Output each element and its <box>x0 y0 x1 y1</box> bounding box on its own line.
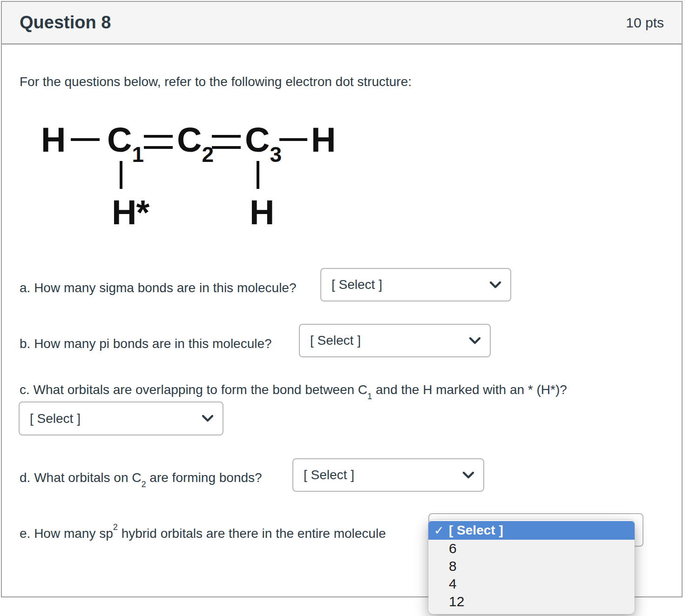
vertical-bond-c1-hstar <box>120 161 122 189</box>
question-header: Question 8 10 pts <box>2 2 682 45</box>
atom-c2: C2 <box>177 123 213 157</box>
question-a-select-value: [ Select ] <box>331 277 382 292</box>
question-c-text-suffix: and the H marked with an * (H*)? <box>372 382 567 397</box>
question-points: 10 pts <box>626 15 664 31</box>
single-bond-h-c1 <box>71 138 100 141</box>
question-d-text-subscript: 2 <box>141 480 146 489</box>
single-bond-c3-h <box>279 138 307 141</box>
dropdown-option[interactable]: 8 <box>428 557 635 575</box>
question-e-text-suffix: hybrid orbitals are there in the entire … <box>118 526 386 541</box>
dropdown-option[interactable]: 12 <box>428 593 635 610</box>
question-d-text-prefix: d. What orbitals on C <box>20 470 141 485</box>
question-d-text: d. What orbitals on C2 are forming bonds… <box>20 470 262 485</box>
dropdown-selected-label: [ Select ] <box>449 523 503 538</box>
checkmark-icon: ✓ <box>434 523 449 538</box>
chevron-down-icon <box>469 337 480 344</box>
atom-c2-symbol: C <box>177 121 201 159</box>
dropdown-option[interactable]: 6 <box>428 540 635 557</box>
question-b-text: b. How many pi bonds are in this molecul… <box>20 336 272 351</box>
atom-c3-subscript: 3 <box>270 142 281 167</box>
atom-c1: C1 <box>107 123 143 157</box>
question-e-text: e. How many sp2 hybrid orbitals are ther… <box>20 526 386 541</box>
double-bond-c2-c3 <box>212 135 241 149</box>
question-c-text: c. What orbitals are overlapping to form… <box>20 382 567 397</box>
question-d-text-suffix: are forming bonds? <box>146 470 262 485</box>
dropdown-option[interactable]: 4 <box>428 575 635 593</box>
question-d-select-value: [ Select ] <box>304 468 354 482</box>
intro-text: For the questions below, refer to the fo… <box>20 74 412 89</box>
question-c-text-prefix: c. What orbitals are overlapping to form… <box>20 382 367 397</box>
question-d-select[interactable]: [ Select ] <box>292 458 484 492</box>
question-b-select[interactable]: [ Select ] <box>299 324 491 357</box>
question-a-text: a. How many sigma bonds are in this mole… <box>20 281 297 295</box>
atom-c1-subscript: 1 <box>132 142 143 167</box>
question-e-text-superscript: 2 <box>113 522 118 532</box>
atom-h-left: H <box>41 123 65 157</box>
question-c-text-subscript: 1 <box>367 392 372 401</box>
vertical-bond-c3-h <box>257 161 259 189</box>
double-bond-c1-c2 <box>144 135 173 149</box>
chevron-down-icon <box>490 281 501 288</box>
quiz-page: { "header": { "title": "Question 8", "po… <box>0 0 690 616</box>
atom-h-right: H <box>311 123 335 157</box>
question-c-select[interactable]: [ Select ] <box>19 402 223 435</box>
atom-c3: C3 <box>245 123 281 157</box>
question-title: Question 8 <box>20 13 111 33</box>
atom-c1-symbol: C <box>107 121 131 159</box>
dropdown-option-selected[interactable]: ✓ [ Select ] <box>428 521 635 540</box>
question-c-select-value: [ Select ] <box>30 411 81 426</box>
atom-h-star: H* <box>112 195 149 230</box>
chevron-down-icon <box>463 472 474 479</box>
dropdown-menu: ✓ [ Select ] 6 8 4 12 <box>428 520 635 614</box>
atom-h-bottom: H <box>250 195 274 230</box>
chevron-down-icon <box>202 415 213 422</box>
atom-c3-symbol: C <box>245 121 269 159</box>
question-e-text-prefix: e. How many sp <box>20 526 113 541</box>
question-a-select[interactable]: [ Select ] <box>320 268 511 301</box>
question-b-select-value: [ Select ] <box>310 333 361 348</box>
